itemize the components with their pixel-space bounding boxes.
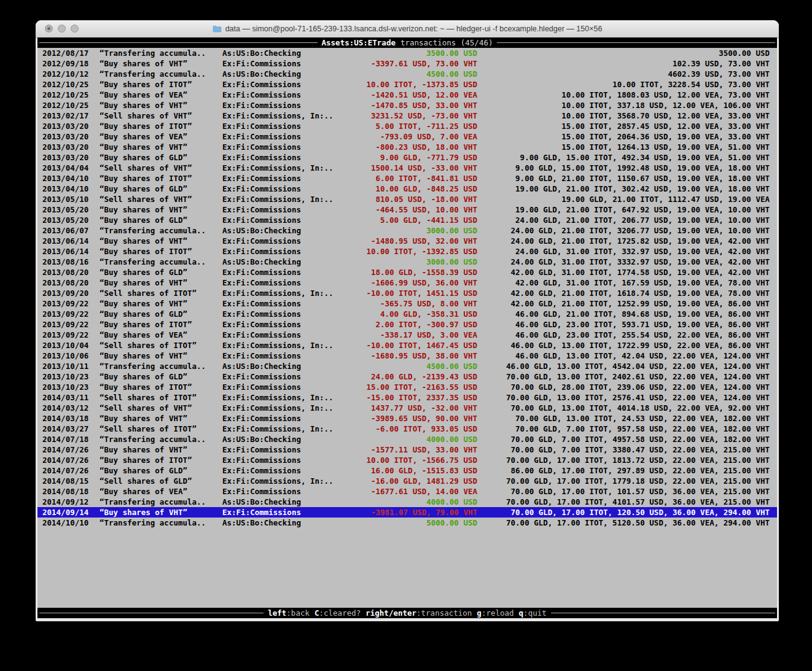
- transaction-row[interactable]: 2012/10/12 “Transfering accumula.. As:US…: [37, 69, 777, 79]
- transaction-row[interactable]: 2013/09/22 “Buy shares of VEA” Ex:Fi:Com…: [37, 330, 777, 340]
- transaction-description: “Buy shares of GLD”: [100, 215, 187, 225]
- transaction-running-total: 15.00 ITOT, 2857.45 USD, 12.00 VEA, 33.0…: [561, 121, 770, 131]
- transaction-other-accounts: Ex:Fi:Commissions, In:..: [222, 340, 334, 351]
- hint-key-q: q: [519, 608, 524, 618]
- transaction-description: “Buy shares of VHT”: [100, 298, 187, 309]
- transaction-row[interactable]: 2014/09/12 “Transfering accumula.. As:US…: [37, 497, 777, 507]
- transaction-description: “Buy shares of VHT”: [100, 236, 187, 246]
- transaction-row[interactable]: 2013/02/17 “Sell shares of VHT” Ex:Fi:Co…: [37, 111, 777, 121]
- transaction-amount: 4.00 GLD, -358.31 USD: [380, 309, 477, 319]
- transaction-description: “Buy shares of VEA”: [100, 330, 187, 340]
- transaction-other-accounts: As:US:Bo:Checking: [222, 518, 301, 528]
- transaction-row[interactable]: 2013/08/20 “Buy shares of GLD” Ex:Fi:Com…: [37, 267, 777, 277]
- transaction-row[interactable]: 2013/09/22 “Buy shares of GLD” Ex:Fi:Com…: [37, 309, 777, 319]
- window-titlebar[interactable]: data — simon@pool-71-165-239-133.lsanca.…: [36, 20, 779, 38]
- transaction-description: “Buy shares of VHT”: [100, 507, 187, 518]
- transaction-row[interactable]: 2013/09/22 “Buy shares of ITOT” Ex:Fi:Co…: [37, 319, 777, 330]
- transaction-row[interactable]: 2013/03/20 “Buy shares of VEA” Ex:Fi:Com…: [37, 131, 777, 142]
- transaction-description: “Buy shares of VHT”: [100, 413, 187, 424]
- transaction-running-total: 70.00 GLD, 13.00 ITOT, 2402.61 USD, 22.0…: [506, 371, 770, 382]
- transaction-row[interactable]: 2013/10/06 “Buy shares of VHT” Ex:Fi:Com…: [37, 351, 777, 361]
- transaction-row[interactable]: 2013/03/20 “Buy shares of VHT” Ex:Fi:Com…: [37, 142, 777, 152]
- transaction-row[interactable]: 2012/10/25 “Buy shares of ITOT” Ex:Fi:Co…: [37, 79, 777, 90]
- transaction-row[interactable]: 2014/10/10 “Transfering accumula.. As:US…: [37, 518, 777, 528]
- transaction-row[interactable]: 2013/06/14 “Buy shares of VHT” Ex:Fi:Com…: [37, 236, 777, 246]
- transaction-row[interactable]: 2013/03/20 “Buy shares of ITOT” Ex:Fi:Co…: [37, 121, 777, 131]
- hint-action-reload: :reload: [482, 608, 514, 618]
- transaction-amount: 24.00 GLD, -2139.43 USD: [371, 371, 477, 382]
- transaction-amount: 5.00 ITOT, -711.25 USD: [375, 121, 477, 131]
- transaction-row[interactable]: 2012/09/18 “Buy shares of VHT” Ex:Fi:Com…: [37, 58, 777, 69]
- transaction-other-accounts: Ex:Fi:Commissions: [222, 131, 301, 142]
- transaction-row[interactable]: 2013/05/10 “Sell shares of VHT” Ex:Fi:Co…: [37, 194, 777, 204]
- transaction-amount: -338.17 USD, 3.00 VEA: [380, 330, 477, 340]
- transaction-amount: -3989.65 USD, 90.00 VHT: [371, 413, 477, 424]
- transaction-description: “Transfering accumula..: [100, 257, 206, 267]
- hint-key-right-enter: right/enter: [365, 608, 416, 618]
- transaction-row[interactable]: 2013/10/23 “Buy shares of ITOT” Ex:Fi:Co…: [37, 382, 777, 392]
- transaction-row[interactable]: 2014/08/18 “Buy shares of VEA” Ex:Fi:Com…: [37, 486, 777, 497]
- zoom-button[interactable]: [71, 25, 79, 33]
- transaction-row[interactable]: 2013/09/20 “Sell shares of ITOT” Ex:Fi:C…: [37, 288, 777, 298]
- transaction-running-total: 15.00 ITOT, 2064.36 USD, 19.00 VEA, 33.0…: [561, 131, 770, 142]
- transaction-other-accounts: Ex:Fi:Commissions: [222, 215, 301, 225]
- transaction-description: “Buy shares of GLD”: [100, 371, 187, 382]
- transaction-other-accounts: Ex:Fi:Commissions: [222, 507, 301, 518]
- transaction-amount: 810.05 USD, -18.00 VHT: [375, 194, 477, 204]
- transaction-other-accounts: Ex:Fi:Commissions: [222, 58, 301, 69]
- transaction-description: “Sell shares of GLD”: [100, 476, 192, 486]
- transaction-row[interactable]: 2013/09/22 “Buy shares of VHT” Ex:Fi:Com…: [37, 298, 777, 309]
- transaction-description: “Buy shares of ITOT”: [100, 382, 192, 392]
- transaction-row[interactable]: 2012/10/25 “Buy shares of VEA” Ex:Fi:Com…: [37, 90, 777, 100]
- transaction-row[interactable]: 2013/08/16 “Transfering accumula.. As:US…: [37, 257, 777, 267]
- transaction-date: 2013/09/22: [42, 319, 88, 330]
- transaction-running-total: 70.00 GLD, 17.00 ITOT, 1813.72 USD, 22.0…: [506, 455, 770, 465]
- transaction-description: “Sell shares of VHT”: [100, 194, 192, 204]
- transaction-row[interactable]: 2014/03/12 “Sell shares of VHT” Ex:Fi:Co…: [37, 403, 777, 413]
- transaction-other-accounts: Ex:Fi:Commissions: [222, 142, 301, 152]
- transaction-row[interactable]: 2013/10/04 “Sell shares of ITOT” Ex:Fi:C…: [37, 340, 777, 351]
- transaction-running-total: 46.00 GLD, 13.00 ITOT, 1722.99 USD, 22.0…: [511, 340, 770, 351]
- transaction-row[interactable]: 2014/09/14 “Buy shares of VHT” Ex:Fi:Com…: [37, 507, 777, 518]
- transaction-description: “Sell shares of VHT”: [100, 111, 192, 121]
- transaction-description: “Buy shares of VHT”: [100, 142, 187, 152]
- transaction-row[interactable]: 2013/06/07 “Transfering accumula.. As:US…: [37, 225, 777, 236]
- traffic-lights: [45, 25, 79, 33]
- transaction-row[interactable]: 2013/06/14 “Buy shares of ITOT” Ex:Fi:Co…: [37, 246, 777, 257]
- transaction-row[interactable]: 2013/10/23 “Buy shares of GLD” Ex:Fi:Com…: [37, 371, 777, 382]
- transaction-description: “Buy shares of GLD”: [100, 267, 187, 277]
- header-account-name: Assets:US:ETrade: [322, 38, 396, 47]
- transaction-row[interactable]: 2013/05/20 “Buy shares of VHT” Ex:Fi:Com…: [37, 204, 777, 215]
- transaction-row[interactable]: 2014/07/26 “Buy shares of VHT” Ex:Fi:Com…: [37, 444, 777, 455]
- hint-key-g: g: [477, 608, 482, 618]
- transaction-row[interactable]: 2014/03/11 “Sell shares of ITOT” Ex:Fi:C…: [37, 392, 777, 403]
- transaction-date: 2013/10/23: [42, 371, 88, 382]
- transaction-row[interactable]: 2012/10/25 “Buy shares of VHT” Ex:Fi:Com…: [37, 100, 777, 111]
- transaction-row[interactable]: 2013/04/10 “Buy shares of ITOT” Ex:Fi:Co…: [37, 173, 777, 184]
- minimize-button[interactable]: [58, 25, 66, 33]
- transaction-list[interactable]: 2012/08/17 “Transfering accumula.. As:US…: [37, 48, 777, 528]
- transaction-other-accounts: As:US:Bo:Checking: [222, 361, 301, 371]
- transaction-row[interactable]: 2013/10/11 “Transfering accumula.. As:US…: [37, 361, 777, 371]
- transaction-row[interactable]: 2013/04/10 “Buy shares of GLD” Ex:Fi:Com…: [37, 184, 777, 194]
- hint-action-back: :back: [286, 608, 310, 618]
- transaction-row[interactable]: 2014/03/27 “Sell shares of ITOT” Ex:Fi:C…: [37, 424, 777, 434]
- close-button[interactable]: [45, 25, 53, 33]
- transaction-row[interactable]: 2014/03/18 “Buy shares of VHT” Ex:Fi:Com…: [37, 413, 777, 424]
- transaction-row[interactable]: 2013/08/20 “Buy shares of VHT” Ex:Fi:Com…: [37, 277, 777, 288]
- transaction-row[interactable]: 2013/03/20 “Buy shares of GLD” Ex:Fi:Com…: [37, 152, 777, 163]
- transaction-row[interactable]: 2012/08/17 “Transfering accumula.. As:US…: [37, 48, 777, 58]
- transaction-row[interactable]: 2014/07/26 “Buy shares of ITOT” Ex:Fi:Co…: [37, 455, 777, 465]
- transaction-row[interactable]: 2014/07/26 “Buy shares of GLD” Ex:Fi:Com…: [37, 465, 777, 476]
- transaction-running-total: 4602.39 USD, 73.00 VHT: [668, 69, 770, 79]
- transaction-row[interactable]: 2014/07/18 “Transfering accumula.. As:US…: [37, 434, 777, 444]
- transaction-running-total: 70.00 GLD, 13.00 ITOT, 2576.41 USD, 22.0…: [506, 392, 770, 403]
- transaction-row[interactable]: 2014/08/15 “Sell shares of GLD” Ex:Fi:Co…: [37, 476, 777, 486]
- transaction-running-total: 70.00 GLD, 7.00 ITOT, 4957.58 USD, 22.00…: [511, 434, 770, 444]
- transaction-row[interactable]: 2013/05/20 “Buy shares of GLD” Ex:Fi:Com…: [37, 215, 777, 225]
- transaction-row[interactable]: 2013/04/04 “Sell shares of VHT” Ex:Fi:Co…: [37, 163, 777, 173]
- header-bar: Assets:US:ETrade transactions (45/46): [37, 37, 777, 48]
- transaction-date: 2013/08/20: [42, 267, 88, 277]
- transaction-date: 2013/09/20: [42, 288, 88, 298]
- transaction-description: “Transfering accumula..: [100, 518, 206, 528]
